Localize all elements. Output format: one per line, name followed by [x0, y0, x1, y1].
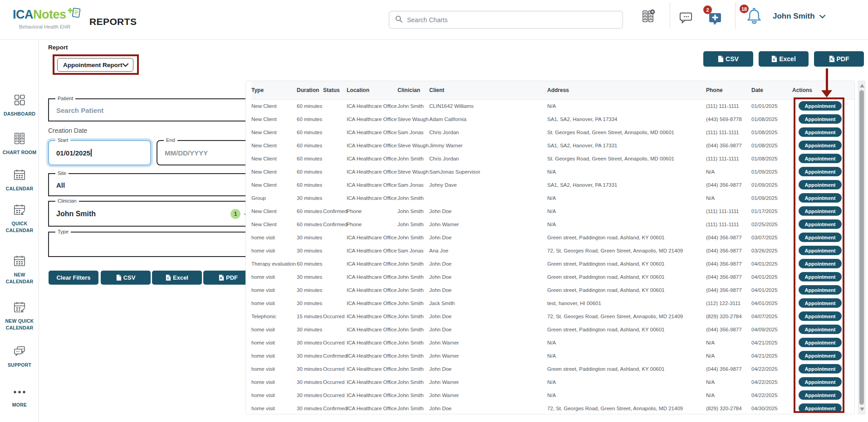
- appointment-button[interactable]: Appointment: [799, 364, 842, 373]
- cell-type: New Client: [251, 112, 297, 126]
- search-charts-input[interactable]: [407, 16, 617, 24]
- clinician-field[interactable]: Clinician John Smith 1: [48, 201, 254, 227]
- logo-text-notes: Notes: [33, 8, 66, 22]
- cell-date: 04/30/2025: [751, 402, 792, 414]
- appointment-button[interactable]: Appointment: [799, 259, 842, 268]
- sidebar-item-dashboard[interactable]: DASHBOARD: [0, 93, 39, 117]
- cell-type: home visit: [251, 375, 297, 388]
- sidebar-item-calendar[interactable]: CALENDAR: [0, 168, 39, 192]
- appointment-button[interactable]: Appointment: [799, 285, 842, 295]
- cell-actions: Appointment: [792, 204, 855, 218]
- cell-actions: Appointment: [792, 296, 855, 310]
- export-excel-button[interactable]: x Excel: [759, 51, 809, 67]
- appointment-button[interactable]: Appointment: [799, 193, 842, 203]
- table-header-row: TypeDurationStatusLocationClinicianClien…: [251, 81, 855, 99]
- patient-field-placeholder: Search Patient: [56, 106, 103, 114]
- scroll-down-arrow[interactable]: [860, 407, 864, 411]
- appointment-button[interactable]: Appointment: [799, 141, 842, 150]
- cell-clinician: John Smith: [397, 388, 429, 402]
- chat-icon[interactable]: [678, 11, 694, 26]
- cell-duration: 30 minutes: [297, 362, 323, 375]
- cell-address: N/A: [547, 204, 706, 218]
- report-dropdown-value: Appointment Report: [63, 62, 123, 68]
- cell-client: Chris Jordan: [429, 152, 547, 165]
- end-date-field[interactable]: End MM/DD/YYYY: [157, 140, 251, 165]
- scrollbar-thumb[interactable]: [859, 90, 864, 405]
- appointment-button[interactable]: Appointment: [799, 154, 842, 163]
- cell-type: Telephonic: [251, 310, 297, 323]
- add-new-note-icon[interactable]: 2: [707, 10, 723, 28]
- sidebar-item-more[interactable]: MORE: [0, 384, 39, 408]
- appointment-button[interactable]: Appointment: [799, 127, 842, 137]
- appointment-button[interactable]: Appointment: [799, 167, 842, 176]
- cell-phone: (044) 356-9877: [706, 283, 751, 296]
- appointment-button[interactable]: Appointment: [799, 325, 842, 334]
- cell-duration: 60 minutes: [297, 218, 323, 231]
- icanotes-logo[interactable]: ICANotes Behavioral Health EHR: [13, 5, 90, 29]
- appointment-button[interactable]: Appointment: [799, 351, 842, 360]
- site-field[interactable]: Site All: [48, 173, 254, 196]
- clear-filters-button[interactable]: Clear Filters: [49, 271, 98, 285]
- appointment-button[interactable]: Appointment: [799, 206, 842, 216]
- cell-type: New Client: [251, 204, 297, 218]
- cell-duration: 30 minutes: [297, 323, 323, 336]
- appointment-button[interactable]: Appointment: [799, 246, 842, 255]
- table-row: home visit30 minutesICA Healthcare Offic…: [251, 323, 855, 336]
- appointment-button[interactable]: Appointment: [799, 101, 842, 111]
- chart-cabinet-add-icon[interactable]: [641, 9, 655, 25]
- filter-excel-button[interactable]: x Excel: [152, 271, 202, 285]
- appointment-button[interactable]: Appointment: [799, 311, 842, 321]
- appointment-button[interactable]: Appointment: [799, 272, 842, 281]
- user-menu[interactable]: John Smith: [773, 12, 825, 21]
- patient-search-field[interactable]: Patient Search Patient: [48, 98, 254, 121]
- filter-csv-button[interactable]: CSV: [101, 271, 151, 285]
- type-field[interactable]: Type: [48, 232, 254, 257]
- appointment-button[interactable]: Appointment: [799, 403, 842, 413]
- cell-status: [323, 257, 347, 270]
- appointment-button[interactable]: Appointment: [799, 114, 842, 124]
- header-divider: [670, 3, 670, 29]
- export-pdf-button[interactable]: A PDF: [814, 51, 864, 67]
- start-date-field[interactable]: Start 01/01/2025: [48, 140, 151, 165]
- start-date-value: 01/01/2025: [56, 149, 90, 157]
- appointment-button[interactable]: Appointment: [799, 298, 842, 308]
- appointment-button[interactable]: Appointment: [799, 180, 842, 189]
- cell-clinician: Sam Jonas: [397, 178, 429, 191]
- appointment-button[interactable]: Appointment: [799, 219, 842, 229]
- sidebar-item-chart-room[interactable]: CHART ROOM: [0, 132, 39, 156]
- cell-location: ICA Healthcare Office: [347, 165, 397, 178]
- cell-location: ICA Healthcare Office: [347, 257, 397, 270]
- cell-phone: (044) 356-9877: [706, 257, 751, 270]
- appointment-button[interactable]: Appointment: [799, 338, 842, 347]
- cell-location: ICA Healthcare Office: [347, 139, 397, 152]
- table-scrollbar[interactable]: [858, 81, 865, 414]
- appointment-button[interactable]: Appointment: [799, 377, 842, 387]
- column-header-date: Date: [751, 81, 792, 99]
- sidebar-item-label: MORE: [0, 402, 39, 408]
- cell-client: Adam California: [429, 112, 547, 126]
- export-csv-button[interactable]: CSV: [703, 51, 753, 67]
- cell-client: Johny Dave: [429, 178, 547, 191]
- report-dropdown[interactable]: Appointment Report: [57, 58, 133, 72]
- cell-location: ICA Healthcare Office: [347, 296, 397, 310]
- table-row: home visit30 minutesConfirmedICA Healthc…: [251, 349, 855, 362]
- cell-date: 04/22/2025: [751, 375, 792, 388]
- pdf-file-icon: A: [219, 274, 224, 281]
- cell-location: ICA Healthcare Office: [347, 99, 397, 112]
- cell-date: 02/25/2025: [751, 218, 792, 231]
- sidebar-item-new-calendar[interactable]: NEW CALENDAR: [0, 254, 39, 285]
- cell-location: ICA Healthcare Office: [347, 244, 397, 257]
- svg-text:A: A: [830, 57, 833, 62]
- excel-file-icon: x: [771, 55, 777, 63]
- cell-phone: N/A: [706, 349, 751, 362]
- sidebar-item-support[interactable]: SUPPORT: [0, 344, 39, 369]
- sidebar-item-label: SUPPORT: [0, 362, 39, 369]
- notifications-bell-icon[interactable]: 18: [745, 7, 763, 27]
- scroll-up-arrow[interactable]: [860, 84, 864, 87]
- logo-tagline: Behavioral Health EHR: [13, 24, 90, 29]
- cell-phone: N/A: [706, 165, 751, 178]
- sidebar-item-new-quick-calendar[interactable]: NEW QUICK CALENDAR: [0, 301, 39, 331]
- appointment-button[interactable]: Appointment: [799, 233, 842, 242]
- sidebar-item-quick-calendar[interactable]: QUICK CALENDAR: [0, 203, 39, 234]
- appointment-button[interactable]: Appointment: [799, 390, 842, 400]
